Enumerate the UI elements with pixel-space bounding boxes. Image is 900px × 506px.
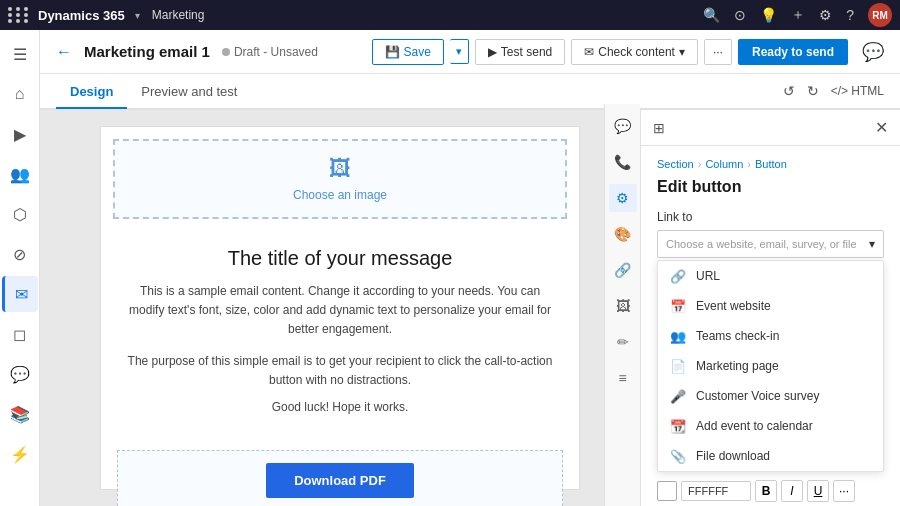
module-name: Marketing (152, 8, 205, 22)
add-icon[interactable]: ＋ (791, 6, 805, 24)
avatar[interactable]: RM (868, 3, 892, 27)
brand-caret-icon[interactable]: ▾ (135, 10, 140, 21)
help-icon[interactable]: ? (846, 7, 854, 23)
top-nav: Dynamics 365 ▾ Marketing 🔍 ⊙ 💡 ＋ ⚙ ? RM (0, 0, 900, 30)
waffle-icon[interactable] (8, 7, 30, 23)
top-nav-icons: 🔍 ⊙ 💡 ＋ ⚙ ? RM (703, 3, 892, 27)
status-icon[interactable]: ⊙ (734, 7, 746, 23)
settings-icon[interactable]: ⚙ (819, 7, 832, 23)
search-icon[interactable]: 🔍 (703, 7, 720, 23)
brand-name: Dynamics 365 (38, 8, 125, 23)
lightbulb-icon[interactable]: 💡 (760, 7, 777, 23)
